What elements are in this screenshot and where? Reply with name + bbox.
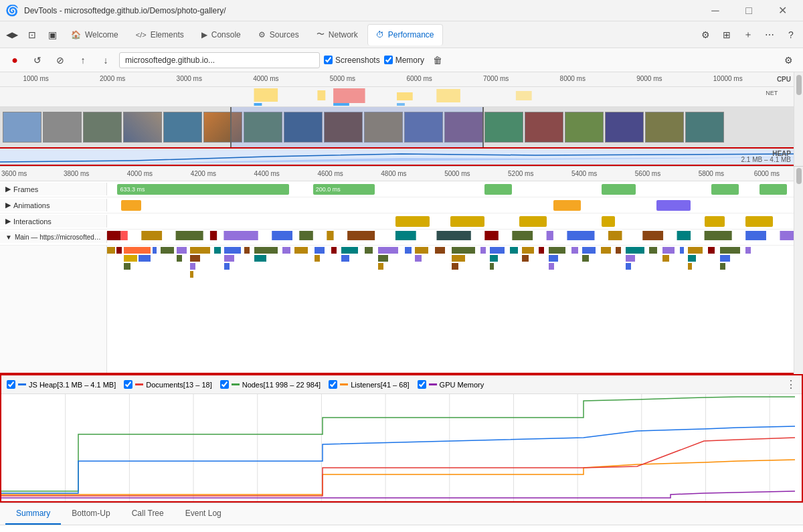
- frames-label[interactable]: ▶ Frames: [0, 183, 107, 195]
- download-button[interactable]: ↓: [96, 51, 115, 70]
- nodes-checkbox[interactable]: [220, 380, 229, 389]
- add-tab-button[interactable]: ＋: [739, 25, 757, 44]
- svg-rect-62: [601, 247, 611, 254]
- svg-rect-95: [452, 263, 458, 270]
- gpu-memory-checkbox[interactable]: [418, 380, 426, 389]
- main-content[interactable]: [107, 230, 794, 246]
- screenshot-2: [43, 112, 82, 143]
- tab-bottom-up[interactable]: Bottom-Up: [61, 503, 120, 525]
- reload-record-button[interactable]: ↺: [28, 51, 47, 70]
- documents-checkbox[interactable]: [124, 380, 132, 389]
- svg-rect-40: [224, 247, 241, 254]
- tab-event-log[interactable]: Event Log: [175, 503, 232, 525]
- legend-documents[interactable]: Documents[13 – 18]: [124, 380, 211, 389]
- svg-rect-42: [254, 247, 278, 254]
- svg-rect-51: [415, 247, 428, 254]
- r-5000: 5000 ms: [444, 170, 470, 177]
- heap-chart: [0, 149, 794, 165]
- more-tabs-button[interactable]: ⋯: [760, 25, 779, 44]
- svg-rect-26: [608, 231, 622, 240]
- svg-rect-21: [436, 231, 470, 240]
- tab-welcome[interactable]: 🏠 Welcome: [63, 24, 126, 46]
- svg-rect-38: [190, 247, 210, 254]
- listeners-checkbox[interactable]: [329, 380, 337, 389]
- frame-bar-2: 200.0 ms: [313, 184, 375, 195]
- detach-button[interactable]: ⊞: [717, 25, 736, 44]
- maximize-button[interactable]: □: [733, 0, 764, 21]
- cpu-net-overview: NET: [0, 87, 794, 107]
- elements-icon: </>: [136, 31, 147, 39]
- int-bar-6: [745, 216, 773, 227]
- svg-rect-6: [254, 103, 262, 106]
- upload-button[interactable]: ↑: [74, 51, 92, 70]
- frame-bar-3: [484, 184, 512, 195]
- frames-track-row: ▶ Frames 633.3 ms 200.0 ms: [0, 181, 794, 197]
- minimize-button[interactable]: ─: [700, 0, 731, 21]
- tab-more-area: ⚙ ⊞ ＋ ⋯ ?: [696, 25, 800, 44]
- scrollbar-thumb-overview[interactable]: [796, 75, 802, 95]
- svg-rect-81: [415, 255, 422, 262]
- legend-js-heap[interactable]: JS Heap[3.1 MB – 4.1 MB]: [7, 380, 116, 389]
- svg-rect-53: [452, 247, 475, 254]
- svg-rect-77: [254, 255, 266, 262]
- svg-rect-8: [397, 103, 405, 106]
- tick-4000: 4000 ms: [253, 75, 278, 82]
- legend-gpu-memory[interactable]: GPU Memory: [418, 380, 484, 389]
- tab-summary[interactable]: Summary: [5, 503, 61, 525]
- detail-scrollbar[interactable]: [794, 167, 803, 374]
- settings-button[interactable]: ⚙: [779, 51, 798, 70]
- tab-performance[interactable]: ⏱ Performance: [367, 24, 443, 46]
- flame-chart-extended[interactable]: [0, 246, 794, 374]
- overview-scrollbar[interactable]: [794, 72, 803, 166]
- svg-rect-20: [395, 231, 416, 240]
- flame-chart-area[interactable]: [107, 246, 794, 373]
- cpu-chart: NET: [0, 87, 794, 106]
- memory-checkbox[interactable]: Memory: [384, 56, 424, 65]
- main-label[interactable]: ▼ Main — https://microsoftedge...: [0, 232, 107, 243]
- panel-toggle[interactable]: ▣: [43, 25, 62, 44]
- close-button[interactable]: ✕: [767, 0, 798, 21]
- r-3800: 3800 ms: [64, 170, 89, 177]
- svg-rect-90: [720, 255, 730, 262]
- dock-button[interactable]: ⊡: [23, 25, 41, 44]
- svg-rect-35: [153, 247, 157, 254]
- record-button[interactable]: ●: [5, 51, 24, 70]
- url-field[interactable]: [119, 52, 320, 68]
- svg-rect-69: [708, 247, 715, 254]
- animations-label[interactable]: ▶ Animations: [0, 199, 107, 211]
- animations-content[interactable]: [107, 197, 794, 213]
- svg-rect-93: [224, 263, 230, 270]
- interactions-label[interactable]: ▶ Interactions: [0, 215, 107, 228]
- tab-elements[interactable]: </> Elements: [128, 24, 192, 46]
- screenshot-1: [3, 112, 41, 143]
- svg-rect-87: [626, 255, 635, 262]
- svg-rect-97: [549, 263, 554, 270]
- tab-console[interactable]: ▶ Console: [193, 24, 249, 46]
- clear-button[interactable]: ⊘: [51, 51, 70, 70]
- legend-listeners[interactable]: Listeners[41 – 68]: [329, 380, 409, 389]
- trash-button[interactable]: 🗑: [428, 51, 447, 70]
- js-heap-checkbox[interactable]: [7, 380, 15, 389]
- back-forward-button[interactable]: ◀▶: [3, 25, 21, 44]
- frame-bar-6: [760, 184, 787, 195]
- svg-rect-10: [107, 231, 121, 240]
- settings-tab-button[interactable]: ⚙: [696, 25, 715, 44]
- selection-overlay[interactable]: [230, 107, 484, 147]
- tab-call-tree[interactable]: Call Tree: [121, 503, 175, 525]
- frames-content[interactable]: 633.3 ms 200.0 ms: [107, 181, 794, 197]
- legend-nodes[interactable]: Nodes[11 998 – 22 984]: [220, 380, 321, 389]
- help-button[interactable]: ?: [782, 25, 800, 44]
- svg-rect-50: [405, 247, 412, 254]
- svg-rect-49: [378, 247, 398, 254]
- detail-scroll-thumb[interactable]: [796, 168, 802, 184]
- tab-sources[interactable]: ⚙ Sources: [250, 24, 307, 46]
- screenshots-checkbox[interactable]: Screenshots: [324, 56, 380, 65]
- animations-track-row: ▶ Animations: [0, 197, 794, 213]
- memory-menu-button[interactable]: ⋮: [786, 378, 796, 391]
- int-bar-1: [395, 216, 430, 227]
- screenshot-18: [685, 112, 724, 143]
- memory-header: JS Heap[3.1 MB – 4.1 MB] Documents[13 – …: [1, 375, 802, 394]
- screenshots-strip[interactable]: [0, 107, 794, 147]
- interactions-content[interactable]: [107, 213, 794, 229]
- tab-network[interactable]: 〜 Network: [308, 24, 366, 46]
